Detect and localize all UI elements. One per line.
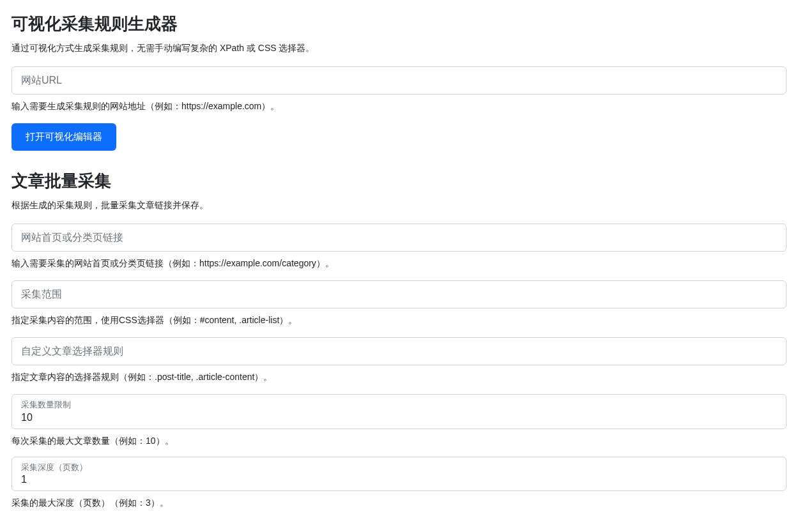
website-url-input[interactable] [12,66,786,95]
collect-limit-help: 每次采集的最大文章数量（例如：10）。 [12,434,786,448]
selector-form-group: 指定文章内容的选择器规则（例如：.post-title, .article-co… [12,337,786,384]
collect-depth-input[interactable] [21,474,777,485]
section1-desc: 通过可视化方式生成采集规则，无需手动编写复杂的 XPath 或 CSS 选择器。 [12,42,786,55]
section2-title: 文章批量采集 [12,169,786,194]
collect-limit-label: 采集数量限制 [21,399,777,411]
collect-depth-label: 采集深度（页数） [21,461,777,474]
homepage-url-help: 输入需要采集的网站首页或分类页链接（例如：https://example.com… [12,257,786,270]
range-form-group: 指定采集内容的范围，使用CSS选择器（例如：#content, .article… [12,280,786,327]
limit-form-group: 采集数量限制 每次采集的最大文章数量（例如：10）。 [12,394,786,448]
homepage-url-input[interactable] [12,224,786,252]
collect-limit-input[interactable] [21,412,777,423]
collect-range-help: 指定采集内容的范围，使用CSS选择器（例如：#content, .article… [12,314,786,327]
collect-range-input[interactable] [12,280,786,308]
article-selector-help: 指定文章内容的选择器规则（例如：.post-title, .article-co… [12,370,786,384]
website-url-help: 输入需要生成采集规则的网站地址（例如：https://example.com）。 [12,100,786,113]
depth-form-group: 采集深度（页数） 采集的最大深度（页数）（例如：3）。 [12,457,786,510]
open-visual-editor-button[interactable]: 打开可视化编辑器 [12,123,116,151]
article-selector-input[interactable] [12,337,786,365]
url-form-group: 输入需要生成采集规则的网站地址（例如：https://example.com）。 [12,66,786,113]
collect-depth-help: 采集的最大深度（页数）（例如：3）。 [12,496,786,510]
section1-title: 可视化采集规则生成器 [12,11,786,36]
section2-desc: 根据生成的采集规则，批量采集文章链接并保存。 [12,199,786,212]
homepage-form-group: 输入需要采集的网站首页或分类页链接（例如：https://example.com… [12,224,786,270]
